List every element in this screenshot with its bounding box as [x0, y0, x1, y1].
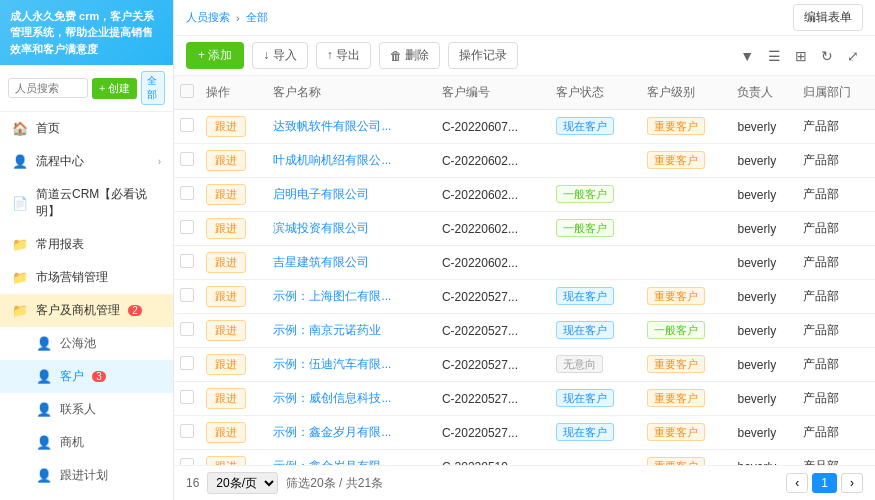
select-all-checkbox[interactable]: [180, 84, 194, 98]
table-icon-button[interactable]: ⊞: [791, 44, 811, 68]
prev-page-button[interactable]: ‹: [786, 473, 808, 493]
next-page-button[interactable]: ›: [841, 473, 863, 493]
customer-code-4: C-20220602...: [436, 246, 550, 280]
table-row: 跟进 达致帆软件有限公司... C-20220607... 现在客户 重要客户 …: [174, 110, 875, 144]
follow-button-9[interactable]: 跟进: [206, 422, 246, 443]
row-checkbox-8[interactable]: [180, 390, 194, 404]
customer-name-8[interactable]: 示例：威创信息科技...: [267, 382, 436, 416]
page-1-button[interactable]: 1: [812, 473, 837, 493]
sidebar-item-contacts[interactable]: 👤 联系人: [0, 393, 173, 426]
row-checkbox-0[interactable]: [180, 118, 194, 132]
follow-button-10[interactable]: 跟进: [206, 456, 246, 465]
follow-button-5[interactable]: 跟进: [206, 286, 246, 307]
sidebar-item-sea[interactable]: 👤 公海池: [0, 327, 173, 360]
sidebar-header: 成人永久免费 crm，客户关系管理系统，帮助企业提高销售效率和客户满意度: [0, 0, 173, 65]
table-row: 跟进 示例：鑫金岁月有限... C-20220519... 重要客户 bever…: [174, 450, 875, 466]
customer-level-7: 重要客户: [641, 348, 732, 382]
sidebar-create-button[interactable]: + 创建: [92, 78, 137, 99]
breadcrumb-separator: ›: [236, 12, 240, 24]
follow-button-4[interactable]: 跟进: [206, 252, 246, 273]
customer-code-7: C-20220527...: [436, 348, 550, 382]
sidebar-item-reports[interactable]: 📁 常用报表: [0, 228, 173, 261]
sidebar-item-follow-record[interactable]: 👤 跟进记录: [0, 492, 173, 500]
customer-owner-0: beverly: [731, 110, 797, 144]
row-checkbox-5[interactable]: [180, 288, 194, 302]
customer-status-0: 现在客户: [550, 110, 641, 144]
edit-form-button[interactable]: 编辑表单: [793, 4, 863, 31]
opportunity-icon: 👤: [36, 435, 52, 451]
add-button[interactable]: + 添加: [186, 42, 244, 69]
customer-name-4[interactable]: 吉星建筑有限公司: [267, 246, 436, 280]
sidebar-nav: 🏠 首页 👤 流程中心 › 📄 简道云CRM【必看说明】 📁 常用报表 📁 市场…: [0, 112, 173, 500]
columns-icon-button[interactable]: ☰: [764, 44, 785, 68]
col-code: 客户编号: [436, 76, 550, 110]
chevron-right-icon: ›: [158, 156, 161, 167]
customer-name-3[interactable]: 滨城投资有限公司: [267, 212, 436, 246]
page-size-select[interactable]: 20条/页 10条/页 50条/页: [207, 472, 278, 494]
customer-dept-2: 产品部: [797, 178, 875, 212]
customer-owner-3: beverly: [731, 212, 797, 246]
row-checkbox-6[interactable]: [180, 322, 194, 336]
sidebar-item-customer[interactable]: 👤 客户 3: [0, 360, 173, 393]
follow-button-0[interactable]: 跟进: [206, 116, 246, 137]
customer-level-6: 一般客户: [641, 314, 732, 348]
sidebar-item-home-label: 首页: [36, 120, 60, 137]
filter-icon-button[interactable]: ▼: [736, 44, 758, 68]
import-button[interactable]: ↓ 导入: [252, 42, 307, 69]
export-button[interactable]: ↑ 导出: [316, 42, 371, 69]
sidebar-item-follow-plan[interactable]: 👤 跟进计划: [0, 459, 173, 492]
sidebar-all-tag[interactable]: 全部: [141, 71, 165, 105]
sidebar-item-customer-label: 客户: [60, 368, 84, 385]
follow-button-6[interactable]: 跟进: [206, 320, 246, 341]
row-checkbox-10[interactable]: [180, 458, 194, 465]
follow-button-7[interactable]: 跟进: [206, 354, 246, 375]
breadcrumb-all[interactable]: 全部: [246, 10, 268, 25]
customer-dept-6: 产品部: [797, 314, 875, 348]
sidebar-search-input[interactable]: [8, 78, 88, 98]
customer-code-8: C-20220527...: [436, 382, 550, 416]
customer-name-7[interactable]: 示例：伍迪汽车有限...: [267, 348, 436, 382]
sidebar-item-customer-mgmt[interactable]: 📁 客户及商机管理 2: [0, 294, 173, 327]
customer-icon: 👤: [36, 369, 52, 385]
breadcrumb-search[interactable]: 人员搜索: [186, 10, 230, 25]
customer-code-3: C-20220602...: [436, 212, 550, 246]
customer-name-0[interactable]: 达致帆软件有限公司...: [267, 110, 436, 144]
customer-badge: 3: [92, 371, 106, 382]
sidebar-item-intro[interactable]: 📄 简道云CRM【必看说明】: [0, 178, 173, 228]
delete-button[interactable]: 🗑 删除: [379, 42, 440, 69]
customer-name-10[interactable]: 示例：鑫金岁月有限...: [267, 450, 436, 466]
follow-plan-icon: 👤: [36, 468, 52, 484]
follow-button-2[interactable]: 跟进: [206, 184, 246, 205]
sidebar-item-home[interactable]: 🏠 首页: [0, 112, 173, 145]
row-checkbox-9[interactable]: [180, 424, 194, 438]
refresh-icon-button[interactable]: ↻: [817, 44, 837, 68]
follow-button-3[interactable]: 跟进: [206, 218, 246, 239]
sidebar-item-flow-label: 流程中心: [36, 153, 84, 170]
customer-owner-7: beverly: [731, 348, 797, 382]
row-checkbox-2[interactable]: [180, 186, 194, 200]
customer-status-8: 现在客户: [550, 382, 641, 416]
follow-button-1[interactable]: 跟进: [206, 150, 246, 171]
customer-status-10: [550, 450, 641, 466]
customer-status-6: 现在客户: [550, 314, 641, 348]
customer-name-9[interactable]: 示例：鑫金岁月有限...: [267, 416, 436, 450]
customer-name-5[interactable]: 示例：上海图仁有限...: [267, 280, 436, 314]
sea-icon: 👤: [36, 336, 52, 352]
customer-owner-10: beverly: [731, 450, 797, 466]
sidebar-item-opportunity[interactable]: 👤 商机: [0, 426, 173, 459]
customer-status-9: 现在客户: [550, 416, 641, 450]
row-checkbox-3[interactable]: [180, 220, 194, 234]
col-owner: 负责人: [731, 76, 797, 110]
follow-button-8[interactable]: 跟进: [206, 388, 246, 409]
sidebar-item-marketing[interactable]: 📁 市场营销管理: [0, 261, 173, 294]
action-record-button[interactable]: 操作记录: [448, 42, 518, 69]
customer-status-1: [550, 144, 641, 178]
expand-icon-button[interactable]: ⤢: [843, 44, 863, 68]
sidebar-item-flow[interactable]: 👤 流程中心 ›: [0, 145, 173, 178]
row-checkbox-7[interactable]: [180, 356, 194, 370]
customer-name-6[interactable]: 示例：南京元诺药业: [267, 314, 436, 348]
row-checkbox-1[interactable]: [180, 152, 194, 166]
customer-name-2[interactable]: 启明电子有限公司: [267, 178, 436, 212]
row-checkbox-4[interactable]: [180, 254, 194, 268]
customer-name-1[interactable]: 叶成机响机绍有限公...: [267, 144, 436, 178]
